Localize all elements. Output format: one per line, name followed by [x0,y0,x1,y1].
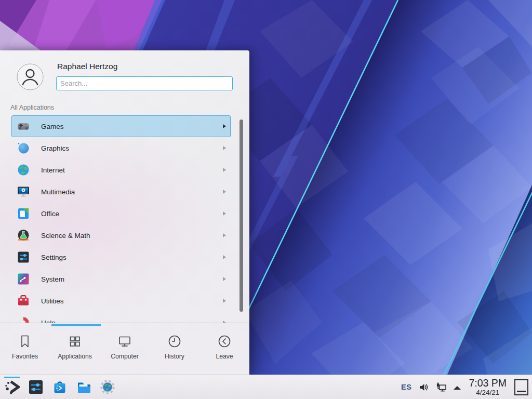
category-row-system[interactable]: System [11,268,231,290]
submenu-arrow-icon [223,277,226,281]
submenu-arrow-icon [223,124,226,128]
tab-label: Leave [216,353,233,360]
leave-icon [217,334,232,349]
category-row-internet[interactable]: Internet [11,159,231,181]
category-label: Games [41,123,64,130]
web-browser-button[interactable] [100,379,115,395]
volume-icon[interactable] [418,382,429,393]
multimedia-icon [17,185,30,198]
expand-tray-icon[interactable] [454,386,461,390]
graphics-icon [17,141,30,155]
category-row-help[interactable]: Help [11,312,231,323]
tab-applications[interactable]: Applications [50,327,100,373]
tab-label: Applications [58,353,92,360]
system-tray: ES 7:03 PM 4/24/21 [401,378,532,396]
clock-time: 7:03 PM [469,378,507,389]
category-label: System [41,275,64,283]
gamepad-icon [17,119,30,133]
category-label: Graphics [41,144,69,152]
tab-history[interactable]: History [150,327,200,373]
tab-label: Computer [111,353,139,360]
monitor-icon [117,334,132,349]
system-icon [17,272,30,286]
application-launcher-button[interactable] [4,379,20,395]
footer-divider [0,323,249,323]
category-label: Science & Math [41,232,90,240]
system-settings-button[interactable] [28,379,44,395]
globe-icon [17,163,30,177]
settings-icon [17,250,30,264]
category-row-science-math[interactable]: Science & Math [11,224,231,246]
file-manager-button[interactable] [76,379,91,395]
bookmark-icon [17,334,33,349]
submenu-arrow-icon [223,299,226,303]
launcher-tab-bar: Favorites Applications [0,327,249,373]
folder-icon [76,379,91,395]
active-tab-indicator [51,324,101,326]
network-icon[interactable] [436,382,447,393]
category-row-utilities[interactable]: Utilities [11,290,231,312]
category-label: Office [41,210,59,218]
search-input[interactable] [56,76,233,90]
category-row-office[interactable]: Office [11,203,231,224]
tab-leave[interactable]: Leave [200,327,249,373]
category-label: Multimedia [41,188,75,196]
clock-date: 4/24/21 [476,389,499,396]
category-list: Games Graphics [0,115,249,323]
category-label: Utilities [41,297,64,305]
show-desktop-button[interactable] [514,379,528,395]
category-label: Help [41,319,56,323]
category-row-settings[interactable]: Settings [11,246,231,268]
category-row-multimedia[interactable]: Multimedia [11,181,231,203]
section-label: All Applications [10,104,54,111]
keyboard-layout-indicator[interactable]: ES [401,383,411,391]
submenu-arrow-icon [223,233,226,237]
tab-label: Favorites [12,353,38,360]
active-app-indicator [4,377,20,378]
submenu-arrow-icon [223,211,226,216]
user-avatar-icon[interactable] [17,63,44,90]
application-launcher-menu: Raphael Hertzog All Applications Games [0,50,249,375]
science-icon [17,229,30,242]
office-icon [17,207,30,220]
system-settings-icon [28,379,44,395]
category-label: Internet [41,166,65,174]
submenu-arrow-icon [223,255,226,259]
kde-launcher-icon [4,379,20,395]
list-scrollbar[interactable] [240,119,243,312]
user-name: Raphael Hertzog [57,62,117,71]
submenu-arrow-icon [223,190,226,194]
tab-favorites[interactable]: Favorites [0,327,50,373]
submenu-arrow-icon [223,146,226,150]
category-label: Settings [41,254,66,261]
tab-computer[interactable]: Computer [100,327,150,373]
category-row-graphics[interactable]: Graphics [11,137,231,159]
category-row-games[interactable]: Games [11,115,231,137]
utilities-icon [17,294,30,308]
help-icon [17,316,30,323]
taskbar-app-icons [0,379,115,395]
taskbar: ES 7:03 PM 4/24/21 [0,375,532,399]
submenu-arrow-icon [223,168,226,172]
clock-icon [167,334,182,349]
launcher-header: Raphael Hertzog [0,50,249,96]
clock[interactable]: 7:03 PM 4/24/21 [469,378,507,396]
discover-button[interactable] [52,379,68,395]
desktop: Raphael Hertzog All Applications Games [0,0,532,399]
globe-gear-icon [100,379,115,395]
tab-label: History [165,353,184,360]
app-grid-icon [67,334,83,349]
discover-icon [52,379,68,395]
